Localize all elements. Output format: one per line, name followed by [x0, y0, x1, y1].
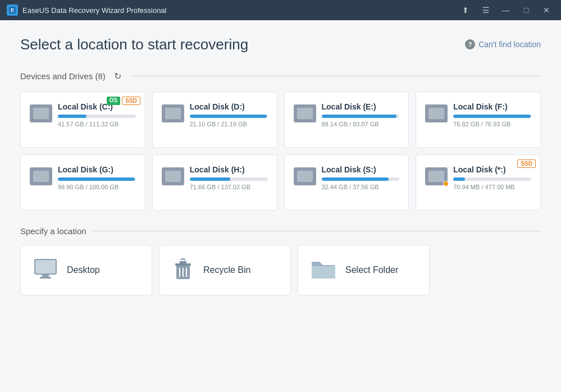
- svg-rect-7: [175, 263, 191, 266]
- progress-fill: [58, 177, 135, 181]
- drive-content: Local Disk (D:) 21.10 GB / 21.19 GB: [162, 102, 268, 127]
- ssd-badge: SSD: [517, 159, 536, 168]
- location-name-recycle: Recycle Bin: [203, 265, 250, 275]
- drive-content: Local Disk (G:) 99.90 GB / 100.00 GB: [30, 165, 136, 190]
- refresh-button[interactable]: ↻: [111, 69, 125, 83]
- location-icon-desktop: [32, 258, 59, 282]
- drive-card[interactable]: OSSSD Local Disk (C:) 41.57 GB / 111.32 …: [20, 92, 145, 148]
- drive-badges: OSSSD: [107, 97, 140, 105]
- location-card-desktop[interactable]: Desktop: [20, 245, 152, 295]
- progress-bar: [322, 115, 400, 118]
- drive-name: Local Disk (H:): [190, 165, 268, 174]
- section-divider: [130, 76, 541, 76]
- progress-bar: [58, 177, 136, 181]
- progress-bar: [58, 115, 136, 118]
- devices-section-title: Devices and Drives (8): [20, 71, 106, 81]
- specify-section-title: Specify a location: [20, 226, 86, 236]
- hdd-icon: [294, 167, 316, 185]
- progress-bar: [453, 177, 531, 181]
- svg-rect-8: [180, 261, 186, 263]
- hdd-icon: [30, 167, 52, 185]
- ssd-badge: SSD: [122, 97, 140, 105]
- drive-name: Local Disk (E:): [322, 102, 400, 111]
- location-icon-recycle: [171, 257, 195, 284]
- progress-bar: [322, 177, 400, 181]
- drive-badges: SSD: [517, 159, 536, 168]
- location-grid: Desktop Recycle Bin Select Folder: [20, 245, 541, 295]
- titlebar-left: E EaseUS Data Recovery Wizard Profession…: [7, 4, 167, 16]
- titlebar-title: EaseUS Data Recovery Wizard Professional: [22, 6, 167, 15]
- close-button[interactable]: ✕: [539, 4, 554, 16]
- drive-icon: [294, 104, 316, 122]
- drive-name: Local Disk (G:): [58, 165, 136, 174]
- hdd-icon: [294, 104, 316, 122]
- select-folder-icon: [309, 257, 337, 281]
- drive-content: Local Disk (*:) 70.94 MB / 477.00 MB: [425, 165, 531, 190]
- svg-rect-4: [42, 275, 49, 277]
- menu-button[interactable]: ☰: [478, 4, 494, 16]
- maximize-button[interactable]: □: [518, 4, 534, 16]
- specify-divider: [92, 231, 541, 231]
- titlebar-controls: ⬆ ☰ — □ ✕: [458, 4, 554, 16]
- drive-card[interactable]: Local Disk (H:) 71.66 GB / 137.02 GB: [152, 154, 277, 211]
- drive-card[interactable]: Local Disk (F:) 76.82 GB / 76.93 GB: [416, 92, 541, 148]
- header: Select a location to start recovering ? …: [20, 36, 541, 53]
- drive-info: Local Disk (E:) 89.14 GB / 93.07 GB: [322, 102, 400, 127]
- drive-name: Local Disk (S:): [322, 165, 400, 174]
- titlebar: E EaseUS Data Recovery Wizard Profession…: [0, 0, 561, 20]
- drive-card[interactable]: Local Disk (G:) 99.90 GB / 100.00 GB: [20, 154, 145, 211]
- hdd-icon: [162, 104, 184, 122]
- drive-name: Local Disk (D:): [190, 102, 268, 111]
- cant-find-label: Can't find location: [478, 40, 541, 49]
- specify-section-header: Specify a location: [20, 226, 541, 236]
- drive-content: Local Disk (C:) 41.57 GB / 111.32 GB: [30, 102, 136, 127]
- drive-size: 89.14 GB / 93.07 GB: [322, 121, 400, 127]
- drive-size: 32.44 GB / 37.56 GB: [322, 184, 400, 190]
- drive-icon: [30, 104, 52, 122]
- share-button[interactable]: ⬆: [458, 4, 473, 16]
- drives-grid: OSSSD Local Disk (C:) 41.57 GB / 111.32 …: [20, 92, 541, 211]
- hdd-icon: [162, 167, 184, 185]
- hdd-icon: [30, 104, 52, 122]
- desktop-icon: [32, 258, 59, 280]
- drive-card[interactable]: Local Disk (E:) 89.14 GB / 93.07 GB: [284, 92, 409, 148]
- drive-icon: [425, 167, 448, 185]
- drive-info: Local Disk (F:) 76.82 GB / 76.93 GB: [453, 102, 531, 127]
- usb-drive-icon: [425, 167, 448, 185]
- drive-content: Local Disk (H:) 71.66 GB / 137.02 GB: [162, 165, 268, 190]
- progress-fill: [453, 115, 530, 118]
- drive-size: 41.57 GB / 111.32 GB: [58, 121, 136, 127]
- svg-rect-3: [35, 260, 56, 274]
- drive-name: Local Disk (F:): [453, 102, 531, 111]
- app-icon: E: [7, 4, 18, 16]
- minimize-button[interactable]: —: [498, 4, 514, 16]
- recycle-bin-icon: [171, 257, 195, 281]
- progress-bar: [190, 115, 268, 118]
- location-name-folder: Select Folder: [345, 265, 398, 275]
- progress-bar: [190, 177, 268, 181]
- drive-size: 76.82 GB / 76.93 GB: [453, 121, 531, 127]
- hdd-icon: [425, 104, 448, 122]
- progress-fill: [190, 115, 267, 118]
- drive-card[interactable]: Local Disk (D:) 21.10 GB / 21.19 GB: [152, 92, 277, 148]
- os-badge: OS: [107, 97, 120, 105]
- progress-fill: [190, 177, 230, 181]
- drive-content: Local Disk (S:) 32.44 GB / 37.56 GB: [294, 165, 400, 190]
- cant-find-button[interactable]: ? Can't find location: [465, 39, 541, 49]
- drive-icon: [162, 167, 184, 185]
- drive-size: 21.10 GB / 21.19 GB: [190, 121, 268, 127]
- drive-card[interactable]: Local Disk (S:) 32.44 GB / 37.56 GB: [284, 154, 409, 211]
- location-card-folder[interactable]: Select Folder: [298, 245, 430, 295]
- devices-section-header: Devices and Drives (8) ↻: [20, 69, 541, 83]
- drive-card[interactable]: SSD Local Disk (*:) 70.94 MB / 477.00 MB: [416, 154, 541, 211]
- usb-dot: [443, 181, 449, 186]
- drive-size: 71.66 GB / 137.02 GB: [190, 184, 268, 190]
- drive-info: Local Disk (G:) 99.90 GB / 100.00 GB: [58, 165, 136, 190]
- drive-info: Local Disk (S:) 32.44 GB / 37.56 GB: [322, 165, 400, 190]
- drive-info: Local Disk (D:) 21.10 GB / 21.19 GB: [190, 102, 268, 127]
- drive-icon: [30, 167, 52, 185]
- help-icon: ?: [465, 39, 475, 49]
- progress-fill: [322, 177, 389, 181]
- location-card-recycle[interactable]: Recycle Bin: [159, 245, 291, 295]
- drive-icon: [425, 104, 448, 122]
